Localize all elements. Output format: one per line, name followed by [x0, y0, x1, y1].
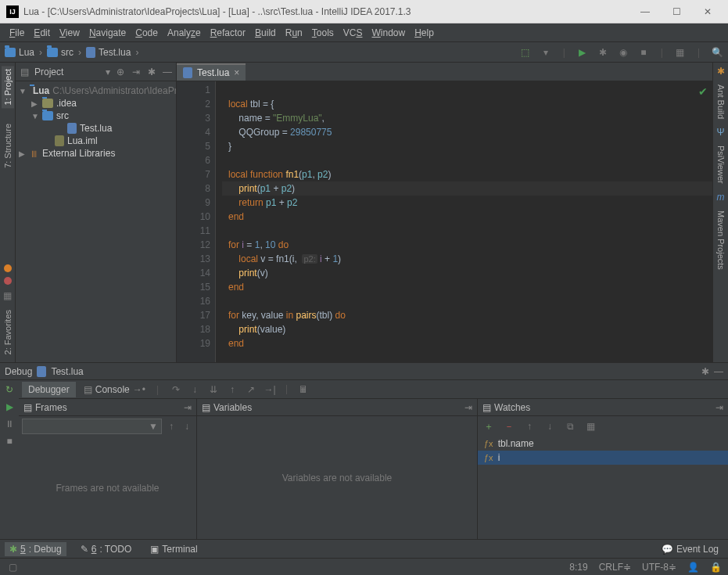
tool-tab-structure[interactable]: 7: Structure — [2, 120, 14, 171]
coverage-button[interactable]: ◉ — [617, 46, 629, 59]
drop-frame-icon[interactable]: ↗ — [245, 383, 257, 396]
stop-button[interactable]: ■ — [637, 46, 650, 59]
show-watches-icon[interactable]: ▦ — [584, 420, 597, 433]
maximize-button[interactable]: ☐ — [662, 2, 690, 21]
crumb-file[interactable]: Test.lua› — [86, 47, 140, 58]
pin-icon[interactable]: ⇥ — [464, 402, 472, 413]
locate-icon[interactable]: ⊕ — [115, 66, 126, 77]
rerun-icon[interactable]: ↻ — [3, 383, 16, 396]
run-to-cursor-icon[interactable]: →| — [264, 383, 276, 396]
menu-help[interactable]: Help — [410, 26, 439, 40]
next-frame-icon[interactable]: ↓ — [181, 420, 193, 433]
pin-icon[interactable]: ⇥ — [184, 402, 192, 413]
pause-icon[interactable]: ⏸ — [3, 418, 16, 430]
layout-icon[interactable]: ▦ — [2, 289, 14, 302]
file-encoding[interactable]: UTF-8≑ — [642, 562, 676, 573]
force-step-into-icon[interactable]: ⇊ — [207, 383, 220, 396]
debug-button[interactable]: ✱ — [597, 46, 609, 59]
bottom-tab-terminal[interactable]: ▣Terminal — [145, 542, 202, 556]
editor-tab-test-lua[interactable]: Test.lua × — [177, 63, 246, 81]
frames-empty-label: Frames are not available — [19, 437, 196, 539]
editor-body[interactable]: 12345678910111213141516171819 ✔ local tb… — [177, 81, 712, 362]
nav-dropdown-icon[interactable]: ▾ — [540, 46, 552, 59]
watch-item[interactable]: ƒхtbl.name — [478, 437, 728, 451]
window-titlebar: IJ Lua - [C:\Users\Administrator\IdeaPro… — [0, 0, 728, 23]
watch-label: i — [498, 452, 500, 463]
tool-tab-ant[interactable]: Ant Build — [715, 81, 727, 122]
debugger-tab[interactable]: Debugger — [22, 382, 76, 397]
app-icon: IJ — [6, 5, 19, 18]
stop-icon[interactable]: ■ — [3, 435, 16, 447]
watch-down-icon[interactable]: ↓ — [543, 420, 556, 433]
menu-navigate[interactable]: Navigate — [84, 26, 131, 40]
code-area[interactable]: ✔ local tbl = { name = "EmmyLua", QQGrou… — [216, 81, 712, 362]
minimize-button[interactable]: — — [631, 2, 659, 21]
pin-icon[interactable]: ⇥ — [715, 402, 723, 413]
inspection-lens-icon[interactable]: 👤 — [687, 562, 699, 573]
tree-item-test-lua[interactable]: Test.lua — [16, 122, 176, 135]
step-out-icon[interactable]: ↑ — [226, 383, 238, 396]
frames-pane: ▤Frames⇥ ▼ ↑ ↓ Frames are not available — [19, 399, 197, 539]
add-watch-icon[interactable]: ＋ — [482, 420, 495, 433]
close-button[interactable]: ✕ — [694, 2, 722, 21]
tree-label: External Libraries — [42, 148, 115, 159]
watch-item[interactable]: ƒхi — [478, 451, 728, 465]
menu-analyze[interactable]: Analyze — [163, 26, 206, 40]
evaluate-icon[interactable]: 🖩 — [297, 383, 310, 396]
tree-external-libs[interactable]: ▶⫼External Libraries — [16, 147, 176, 160]
tree-label: Lua.iml — [67, 135, 98, 146]
gear-icon[interactable]: ✱ — [701, 366, 709, 377]
hide-icon[interactable]: — — [162, 66, 173, 77]
search-everywhere-button[interactable]: 🔍 — [711, 46, 723, 59]
crumb-src[interactable]: src› — [47, 47, 83, 58]
menu-tools[interactable]: Tools — [307, 26, 339, 40]
watch-up-icon[interactable]: ↑ — [523, 420, 536, 433]
menu-file[interactable]: File — [5, 26, 29, 40]
folder-icon — [42, 111, 53, 120]
console-tab[interactable]: ▤Console→• — [77, 382, 152, 397]
menu-edit[interactable]: Edit — [29, 26, 55, 40]
menu-refactor[interactable]: Refactor — [206, 26, 250, 40]
project-view-icon[interactable]: ▤ — [19, 66, 30, 77]
remove-watch-icon[interactable]: － — [503, 420, 515, 433]
tool-tab-favorites[interactable]: 2: Favorites — [2, 307, 14, 358]
menu-run[interactable]: Run — [281, 26, 307, 40]
lock-icon[interactable]: 🔒 — [710, 562, 722, 573]
menu-view[interactable]: View — [55, 26, 84, 40]
line-separator[interactable]: CRLF≑ — [599, 562, 631, 573]
step-into-icon[interactable]: ↓ — [188, 383, 201, 396]
thread-selector[interactable]: ▼ — [22, 419, 162, 434]
file-icon — [37, 366, 46, 377]
bottom-tab-eventlog[interactable]: 💬Event Log — [657, 542, 723, 556]
tree-item-src[interactable]: ▼src — [16, 110, 176, 122]
step-over-icon[interactable]: ↷ — [170, 383, 182, 396]
run-button[interactable]: ▶ — [576, 46, 589, 59]
status-bar: ▢ 8:19 CRLF≑ UTF-8≑ 👤 🔒 — [0, 558, 728, 575]
tool-tab-psi[interactable]: PsiViewer — [715, 142, 727, 187]
cursor-position[interactable]: 8:19 — [569, 562, 587, 573]
close-tab-icon[interactable]: × — [234, 67, 239, 78]
file-icon — [55, 135, 64, 146]
tool-tab-maven[interactable]: Maven Projects — [715, 207, 727, 273]
tool-tab-project[interactable]: 1: Project — [2, 66, 14, 108]
toggle-toolwindows-icon[interactable]: ▢ — [6, 561, 19, 573]
menu-code[interactable]: Code — [131, 26, 163, 40]
file-icon — [183, 67, 192, 78]
menu-vcs[interactable]: VCS — [339, 26, 368, 40]
prev-frame-icon[interactable]: ↑ — [165, 420, 178, 433]
bottom-tab-todo[interactable]: ✎6: TODO — [76, 542, 137, 556]
bottom-tab-debug[interactable]: ✱5: 5: DebugDebug — [5, 542, 66, 556]
tree-item-lua-iml[interactable]: Lua.iml — [16, 135, 176, 147]
resume-icon[interactable]: ▶ — [3, 401, 16, 413]
settings-icon[interactable]: ✱ — [146, 66, 157, 77]
tree-root[interactable]: ▼ Lua C:\Users\Administrator\IdeaProject… — [16, 84, 176, 97]
run-config-selector[interactable]: ⬚ — [519, 46, 532, 59]
hide-icon[interactable]: — — [714, 366, 723, 377]
copy-watch-icon[interactable]: ⧉ — [564, 420, 576, 433]
menu-window[interactable]: Window — [367, 26, 410, 40]
tree-item-idea[interactable]: ▶.idea — [16, 97, 176, 110]
collapse-icon[interactable]: ⇥ — [131, 66, 142, 77]
layout-button[interactable]: ▦ — [674, 46, 687, 59]
menu-build[interactable]: Build — [250, 26, 281, 40]
crumb-root[interactable]: Lua› — [5, 47, 44, 58]
